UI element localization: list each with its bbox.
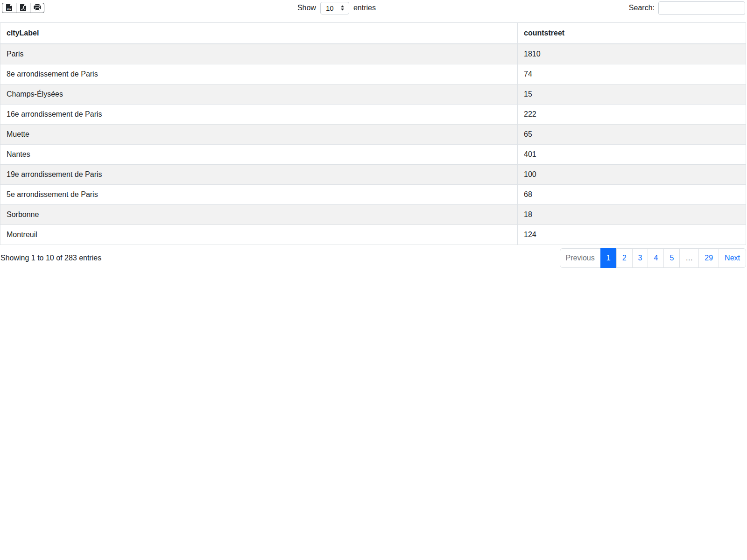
table-row: Muette 65 <box>0 125 746 145</box>
city-cell: Champs-Élysées <box>0 84 518 105</box>
count-cell: 100 <box>518 165 746 185</box>
table-row: 8e arrondissement de Paris 74 <box>0 64 746 84</box>
entries-label: entries <box>353 4 376 12</box>
svg-text:csv: csv <box>7 7 11 10</box>
count-cell: 68 <box>518 185 746 205</box>
csv-file-icon: csv <box>6 4 12 13</box>
table-row: 5e arrondissement de Paris 68 <box>0 185 746 205</box>
pagination-page-4[interactable]: 4 <box>648 248 664 268</box>
count-cell: 1810 <box>518 44 746 64</box>
pagination-page-29[interactable]: 29 <box>698 248 719 268</box>
table-row: Montreuil 124 <box>0 225 746 245</box>
pagination-page-2[interactable]: 2 <box>616 248 633 268</box>
count-cell: 222 <box>518 105 746 125</box>
city-cell: 16e arrondissement de Paris <box>0 105 518 125</box>
table-controls-bar: csv Sho <box>0 0 747 15</box>
count-cell: 401 <box>518 145 746 165</box>
printer-icon <box>34 4 41 12</box>
city-cell: 8e arrondissement de Paris <box>0 64 518 84</box>
page-length-value: 10 <box>326 4 334 12</box>
pdf-file-icon <box>20 4 26 13</box>
search-label: Search: <box>629 4 655 12</box>
pagination-page-5[interactable]: 5 <box>663 248 680 268</box>
city-cell: Sorbonne <box>0 205 518 225</box>
count-cell: 18 <box>518 205 746 225</box>
pagination: Previous 1 2 3 4 5 … 29 Next <box>560 248 746 268</box>
pagination-previous-button[interactable]: Previous <box>560 248 601 268</box>
count-cell: 65 <box>518 125 746 145</box>
city-cell: Paris <box>0 44 518 64</box>
show-label: Show <box>297 4 316 12</box>
count-cell: 74 <box>518 64 746 84</box>
table-row: Sorbonne 18 <box>0 205 746 225</box>
print-button[interactable] <box>30 3 44 13</box>
table-row: Champs-Élysées 15 <box>0 84 746 105</box>
city-cell: 19e arrondissement de Paris <box>0 165 518 185</box>
count-cell: 124 <box>518 225 746 245</box>
pagination-page-1[interactable]: 1 <box>600 248 617 268</box>
page-length-control: Show 10 entries <box>44 2 629 14</box>
table-row: 16e arrondissement de Paris 222 <box>0 105 746 125</box>
city-cell: Montreuil <box>0 225 518 245</box>
city-cell: Muette <box>0 125 518 145</box>
pagination-ellipsis: … <box>679 248 699 268</box>
table-row: Nantes 401 <box>0 145 746 165</box>
city-cell: 5e arrondissement de Paris <box>0 185 518 205</box>
table-row: Paris 1810 <box>0 44 746 64</box>
table-row: 19e arrondissement de Paris 100 <box>0 165 746 185</box>
pagination-page-3[interactable]: 3 <box>632 248 648 268</box>
count-cell: 15 <box>518 84 746 105</box>
search-control: Search: <box>629 1 745 15</box>
entries-info: Showing 1 to 10 of 283 entries <box>0 254 101 262</box>
city-cell: Nantes <box>0 145 518 165</box>
export-button-group: csv <box>2 3 44 13</box>
pdf-export-button[interactable] <box>16 3 30 13</box>
csv-export-button[interactable]: csv <box>2 3 16 13</box>
data-table: cityLabel countstreet Paris 1810 8e arro… <box>0 22 746 245</box>
table-footer: Showing 1 to 10 of 283 entries Previous … <box>0 248 746 268</box>
pagination-next-button[interactable]: Next <box>719 248 746 268</box>
column-header-countstreet[interactable]: countstreet <box>518 23 746 44</box>
header-row: cityLabel countstreet <box>0 23 746 44</box>
up-down-arrows-icon <box>340 4 345 12</box>
column-header-citylabel[interactable]: cityLabel <box>0 23 518 44</box>
search-input[interactable] <box>658 1 745 15</box>
page-length-select[interactable]: 10 <box>320 2 349 14</box>
